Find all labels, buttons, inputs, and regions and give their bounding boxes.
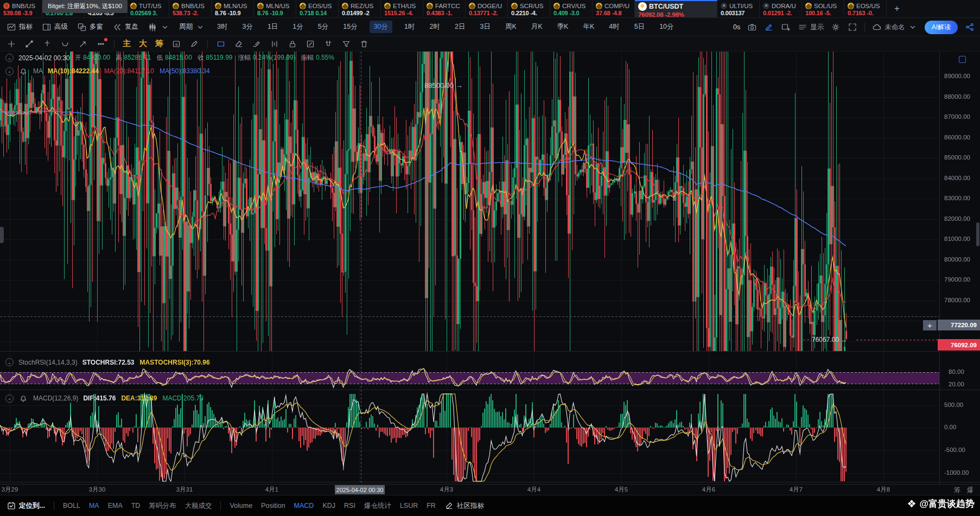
timeframe-1日[interactable]: 1日 (265, 21, 281, 33)
lock-icon[interactable] (288, 39, 297, 49)
collapse-chevron-icon[interactable]: ⌄ (5, 358, 14, 366)
bell-icon[interactable] (18, 393, 28, 403)
symbol-tab-BTC/USDT[interactable]: ❖BTC/USDT76092.08 -2.98% (635, 0, 717, 17)
bell-icon[interactable] (18, 66, 28, 76)
gear-icon[interactable] (831, 22, 841, 32)
timeframe-2时[interactable]: 2时 (427, 21, 443, 33)
left-drawer-handle[interactable] (0, 227, 4, 243)
symbol-tab-EOS/US[interactable]: ◆EOS/US0.718 0.14 (296, 0, 339, 17)
camera-icon[interactable] (747, 22, 757, 32)
timeframe-1时[interactable]: 1时 (402, 21, 417, 33)
symbol-tab-CRV/US[interactable]: ◆CRV/US0.409 -3.0 (550, 0, 593, 17)
collapse-chevron-icon[interactable]: ⌄ (5, 394, 14, 403)
toolbar-指标-button[interactable]: 指标 (7, 22, 33, 32)
layer-tool-大[interactable]: 大 (139, 39, 147, 49)
share-icon[interactable] (965, 22, 975, 32)
timeframe-季K[interactable]: 季K (555, 21, 571, 33)
right-scrollbar-handle[interactable] (976, 222, 979, 246)
indicator-tab-大额成交[interactable]: 大额成交 (184, 501, 212, 511)
timeframe-15分[interactable]: 15分 (340, 21, 360, 33)
timeframe-周K[interactable]: 周K (502, 21, 519, 33)
collapse-chevron-icon[interactable]: ⌄ (5, 54, 14, 62)
edit-pencil-icon[interactable] (764, 22, 774, 32)
maximize-pane-icon[interactable] (959, 56, 966, 63)
indicator-tab-Position[interactable]: Position (261, 502, 285, 509)
symbol-tab-SCR/US[interactable]: ◆SCR/US0.2210 -4. (508, 0, 550, 17)
symbol-tab-DORA/U[interactable]: ✕DORA/U0.01291 -2. (760, 0, 802, 17)
symbol-tab-SOL/US[interactable]: ◆SOL/US100.16 -5. (802, 0, 844, 17)
rect-select-icon[interactable] (216, 39, 226, 49)
indicator-tab-爆仓统计[interactable]: 爆仓统计 (364, 501, 391, 511)
layer-tool-筹[interactable]: 筹 (155, 39, 163, 49)
note-edit-icon[interactable] (306, 39, 315, 49)
symbol-tab-EOS/US[interactable]: ◆EOS/US0.7163 -0. (844, 0, 887, 17)
funnel-icon[interactable] (341, 39, 351, 49)
indicator-tab-MA[interactable]: MA (89, 502, 99, 509)
timeframe-2日[interactable]: 2日 (452, 21, 468, 33)
symbol-tab-BNB/US[interactable]: ◆BNB/US538.73 -2. (169, 0, 212, 17)
half-cross-icon[interactable] (42, 39, 52, 49)
symbol-tab-REZ/US[interactable]: ◆REZ/US0.01499 -2 (339, 0, 381, 17)
symbol-tab-FARTCC[interactable]: ◆FARTCC0.4383 -1. (423, 0, 466, 17)
symbol-tab-ULTI/US[interactable]: ✕ULTI/US0.003137 (717, 0, 760, 17)
arc-icon[interactable] (60, 39, 70, 49)
timeframe-4时[interactable]: 4时 (606, 21, 622, 33)
indicator-tab-筹码分布[interactable]: 筹码分布 (149, 501, 176, 511)
indicator-tab-EMA[interactable]: EMA (108, 502, 123, 509)
symbol-tab-DOGE/U[interactable]: ◆DOGE/U0.13771 -2. (466, 0, 508, 17)
main-chart-canvas[interactable] (0, 52, 980, 495)
indicator-tab-MACD[interactable]: MACD (294, 502, 314, 509)
indicator-tab-RSI[interactable]: RSI (344, 502, 355, 509)
magnet-icon[interactable] (323, 39, 333, 49)
eraser-icon[interactable] (234, 39, 244, 49)
indicator-tab-KDJ[interactable]: KDJ (322, 502, 335, 509)
display-menu[interactable]: 显示 (798, 22, 824, 32)
pen-wave-icon[interactable] (252, 39, 262, 49)
symbol-tab-TUT/US[interactable]: ◆TUT/US0.02569 3. (127, 0, 169, 17)
toggle-爆[interactable]: 爆 (967, 486, 973, 495)
trash-icon[interactable] (359, 39, 369, 49)
tag-a-icon[interactable]: a (171, 39, 181, 49)
indicator-tab-定位到...[interactable]: 定位到... (7, 501, 45, 511)
indicator-tab-FR[interactable]: FR (427, 502, 436, 509)
add-pane-icon[interactable] (781, 22, 791, 32)
toggle-筹[interactable]: 筹 (954, 486, 960, 495)
symbol-tab-MLN/US[interactable]: ◆MLN/US8.76 -10.9 (254, 0, 296, 17)
timeframe-3分[interactable]: 3分 (239, 21, 255, 33)
timeframe-1分[interactable]: 1分 (290, 21, 306, 33)
price-alert-label[interactable]: 88500.00 → (424, 81, 463, 90)
indicator-tab-社区指标[interactable]: 社区指标 (444, 501, 484, 511)
symbol-tab-ETH/US[interactable]: ◆ETH/US1515.26 -4. (381, 0, 423, 17)
ai-explain-button[interactable]: AI解读 (925, 21, 958, 34)
layer-tool-主[interactable]: 主 (123, 39, 131, 49)
pattern-icon[interactable] (270, 39, 279, 49)
layout-menu[interactable]: 未命名 (872, 22, 918, 32)
timeframe-年K[interactable]: 年K (580, 21, 597, 33)
toolbar-周期-button[interactable]: 周期 (179, 22, 205, 32)
timeframe-3日[interactable]: 3日 (477, 21, 493, 33)
timeframe-10分[interactable]: 10分 (657, 21, 676, 33)
toolbar-多窗-button[interactable]: 多窗 (77, 22, 103, 32)
timeframe-3时[interactable]: 3时 (214, 21, 230, 33)
add-symbol-button[interactable]: + (887, 0, 907, 17)
symbol-tab-BNB/US[interactable]: BBNB/US539.08 -3.9 (0, 0, 42, 17)
timeframe-月K[interactable]: 月K (529, 21, 545, 33)
symbol-tab-COMP/U[interactable]: ◆COMP/U37.68 -4.8 (593, 0, 635, 17)
arrow-line-icon[interactable] (78, 39, 88, 49)
toolbar-高级-button[interactable]: 高级 (42, 22, 68, 32)
indicator-tab-TD[interactable]: TD (131, 502, 141, 509)
collapse-chevron-icon[interactable]: ⌄ (5, 67, 14, 75)
timeframe-30分[interactable]: 30分 (370, 21, 392, 33)
add-alert-button[interactable]: + (923, 320, 937, 330)
brush-icon[interactable] (189, 39, 199, 49)
more-dots-icon[interactable] (96, 39, 106, 49)
trend-line-icon[interactable] (24, 39, 34, 49)
toolbar-复盘-button[interactable]: 复盘 (112, 22, 138, 32)
indicator-tab-BOLL[interactable]: BOLL (63, 502, 80, 509)
symbol-tab-MLN/US[interactable]: ◆MLN/US8.76 -10.9 (212, 0, 254, 17)
indicator-tab-LSUR[interactable]: LSUR (400, 502, 418, 509)
toolbar-candles-button[interactable] (148, 22, 170, 32)
fullscreen-icon[interactable] (848, 22, 857, 32)
timeframe-5分[interactable]: 5分 (315, 21, 331, 33)
crosshair-icon[interactable] (7, 39, 16, 49)
